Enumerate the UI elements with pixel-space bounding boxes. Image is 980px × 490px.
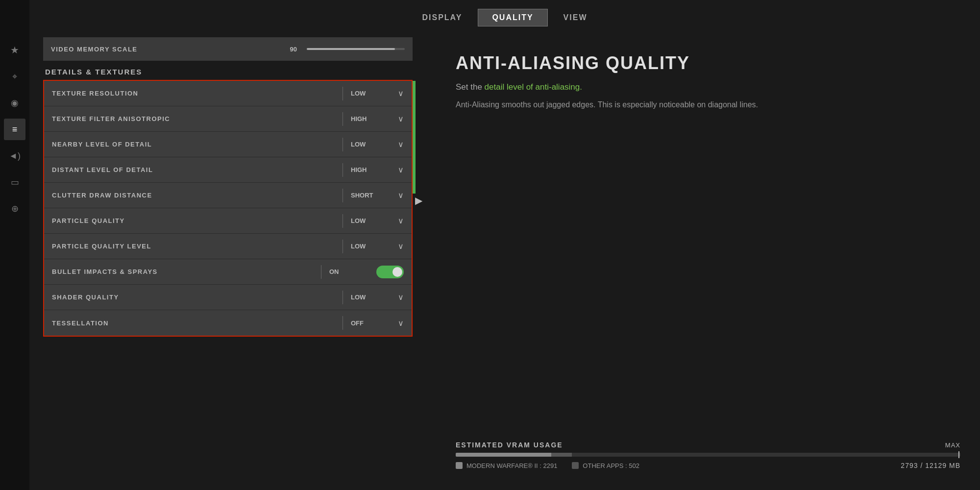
info-panel: ANTI-ALIASING QUALITY Set the detail lev… <box>426 33 980 490</box>
texture-resolution-chevron: ∨ <box>398 89 404 98</box>
vram-total: 2793 / 12129 MB <box>901 462 960 469</box>
bullet-impacts-divider <box>321 265 321 279</box>
bullet-impacts-toggle[interactable] <box>376 266 404 278</box>
info-title: ANTI-ALIASING QUALITY <box>456 53 951 74</box>
bullet-impacts-label: BULLET IMPACTS & SPRAYS <box>52 268 321 275</box>
vram-bar-outer <box>456 453 960 457</box>
tab-display[interactable]: DISPLAY <box>409 9 476 26</box>
toggle-knob <box>392 267 402 277</box>
sidebar-icon-star[interactable]: ★ <box>4 39 25 61</box>
nearby-lod-divider <box>343 138 343 151</box>
video-memory-row: VIDEO MEMORY SCALE 90 <box>43 37 413 61</box>
texture-filter-divider <box>343 112 343 126</box>
texture-filter-label: TEXTURE FILTER ANISOTROPIC <box>52 115 343 122</box>
particle-quality-row[interactable]: PARTICLE QUALITY LOW ∨ <box>44 208 412 234</box>
texture-resolution-row[interactable]: TEXTURE RESOLUTION LOW ∨ <box>44 81 412 106</box>
texture-resolution-value: LOW <box>351 90 390 97</box>
particle-quality-level-row[interactable]: PARTICLE QUALITY LEVEL LOW ∨ <box>44 234 412 259</box>
particle-quality-level-chevron: ∨ <box>398 242 404 251</box>
sidebar: ★ ⌖ ◉ ≡ ◄) ▭ ⊕ <box>0 0 29 490</box>
particle-quality-chevron: ∨ <box>398 216 404 225</box>
clutter-draw-row[interactable]: CLUTTER DRAW DISTANCE SHORT ∨ <box>44 183 412 208</box>
clutter-draw-label: CLUTTER DRAW DISTANCE <box>52 192 343 199</box>
details-section-header: DETAILS & TEXTURES <box>43 68 413 76</box>
particle-quality-level-divider <box>343 240 343 253</box>
clutter-draw-value: SHORT <box>351 192 390 199</box>
distant-lod-row[interactable]: DISTANT LEVEL OF DETAIL HIGH ∨ <box>44 157 412 183</box>
video-memory-value: 90 <box>290 46 297 53</box>
particle-quality-divider <box>343 214 343 228</box>
vram-legend-mw-dot <box>456 462 463 469</box>
shader-quality-chevron: ∨ <box>398 293 404 302</box>
info-subtitle-highlight: detail level of anti-aliasing. <box>485 82 582 92</box>
vram-legend-other-label: OTHER APPS : 502 <box>583 462 639 469</box>
texture-filter-row[interactable]: TEXTURE FILTER ANISOTROPIC HIGH ∨ <box>44 106 412 132</box>
info-subtitle-text: Set the <box>456 82 482 92</box>
tessellation-divider <box>343 316 343 330</box>
vram-bar-mw <box>456 453 551 457</box>
vram-bar-marker <box>958 451 959 458</box>
clutter-draw-chevron: ∨ <box>398 191 404 200</box>
vram-section: ESTIMATED VRAM USAGE MAX MODERN WARFARE®… <box>456 441 960 469</box>
vram-legend: MODERN WARFARE® II : 2291 OTHER APPS : 5… <box>456 462 960 469</box>
vram-legend-other: OTHER APPS : 502 <box>572 462 639 469</box>
shader-quality-row[interactable]: SHADER QUALITY LOW ∨ <box>44 285 412 310</box>
particle-quality-label: PARTICLE QUALITY <box>52 217 343 224</box>
tab-view[interactable]: VIEW <box>550 9 601 26</box>
vram-legend-mw: MODERN WARFARE® II : 2291 <box>456 462 557 469</box>
texture-resolution-divider <box>343 87 343 100</box>
nearby-lod-chevron: ∨ <box>398 140 404 149</box>
shader-quality-value: LOW <box>351 294 390 301</box>
details-settings-container: ▶ TEXTURE RESOLUTION LOW ∨ TEXTURE FILTE… <box>43 80 413 337</box>
distant-lod-chevron: ∨ <box>398 165 404 174</box>
texture-filter-chevron: ∨ <box>398 114 404 123</box>
nearby-lod-row[interactable]: NEARBY LEVEL OF DETAIL LOW ∨ <box>44 132 412 157</box>
tessellation-chevron: ∨ <box>398 318 404 328</box>
sidebar-icon-audio[interactable]: ◄) <box>4 145 25 167</box>
particle-quality-value: LOW <box>351 217 390 224</box>
bullet-impacts-row[interactable]: BULLET IMPACTS & SPRAYS ON <box>44 259 412 285</box>
shader-quality-label: SHADER QUALITY <box>52 294 343 301</box>
vram-bar-other <box>551 453 572 457</box>
video-memory-slider[interactable] <box>307 48 405 50</box>
texture-filter-value: HIGH <box>351 115 390 122</box>
vram-max-label: MAX <box>945 441 960 449</box>
tessellation-label: TESSELLATION <box>52 319 343 327</box>
distant-lod-label: DISTANT LEVEL OF DETAIL <box>52 166 343 173</box>
clutter-draw-divider <box>343 189 343 202</box>
particle-quality-level-value: LOW <box>351 243 390 250</box>
vram-legend-mw-label: MODERN WARFARE® II : 2291 <box>466 462 557 469</box>
settings-panel: VIDEO MEMORY SCALE 90 DETAILS & TEXTURES… <box>29 33 426 490</box>
tab-quality[interactable]: QUALITY <box>478 9 547 26</box>
particle-quality-level-label: PARTICLE QUALITY LEVEL <box>52 243 343 250</box>
bullet-impacts-value: ON <box>329 268 368 275</box>
scroll-arrow-icon: ▶ <box>415 195 422 206</box>
texture-resolution-label: TEXTURE RESOLUTION <box>52 90 343 97</box>
sidebar-icon-monitor[interactable]: ▭ <box>4 172 25 193</box>
tessellation-row[interactable]: TESSELLATION OFF ∨ <box>44 310 412 336</box>
sidebar-icon-mouse[interactable]: ⌖ <box>4 66 25 87</box>
distant-lod-value: HIGH <box>351 166 390 173</box>
distant-lod-divider <box>343 163 343 177</box>
top-nav: DISPLAY QUALITY VIEW <box>409 9 601 26</box>
nearby-lod-value: LOW <box>351 141 390 148</box>
sidebar-icon-lines[interactable]: ≡ <box>4 119 25 140</box>
vram-indicator-bar <box>413 81 416 194</box>
sidebar-icon-network[interactable]: ⊕ <box>4 198 25 220</box>
vram-label: ESTIMATED VRAM USAGE <box>456 441 563 449</box>
info-description: Anti-Aliasing smooths out jagged edges. … <box>456 99 799 111</box>
tessellation-value: OFF <box>351 319 390 327</box>
info-subtitle: Set the detail level of anti-aliasing. <box>456 82 951 92</box>
video-memory-label: VIDEO MEMORY SCALE <box>51 46 290 53</box>
nearby-lod-label: NEARBY LEVEL OF DETAIL <box>52 141 343 148</box>
shader-quality-divider <box>343 291 343 304</box>
video-memory-slider-fill <box>307 48 395 50</box>
sidebar-icon-gamepad[interactable]: ◉ <box>4 92 25 114</box>
vram-header: ESTIMATED VRAM USAGE MAX <box>456 441 960 449</box>
vram-legend-other-dot <box>572 462 579 469</box>
